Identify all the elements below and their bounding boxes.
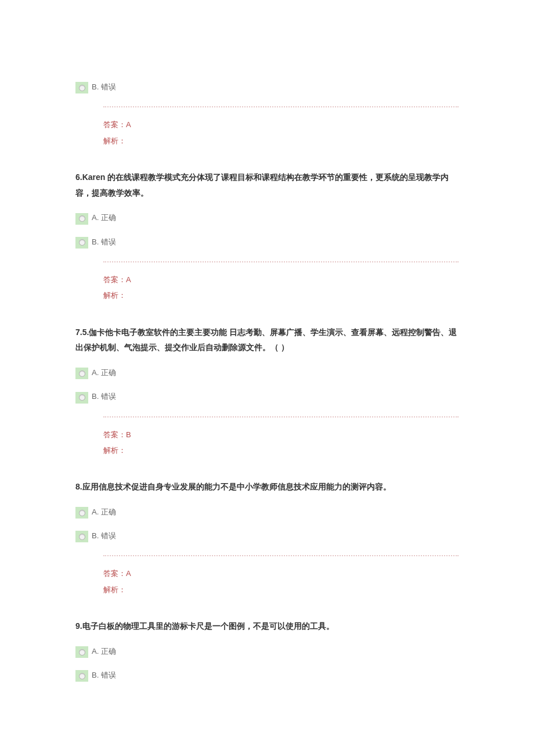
q8-option-a[interactable]: A. 正确 (75, 505, 459, 519)
question-body: 伽卡他卡电子教室软件的主要主要功能 日志考勤、屏幕广播、学生演示、查看屏幕、远程… (75, 327, 457, 352)
question-body: 应用信息技术促进自身专业发展的能力不是中小学教师信息技术应用能力的测评内容。 (82, 482, 391, 491)
question-number: 7.5. (75, 327, 89, 337)
option-label: B. 错误 (89, 390, 116, 403)
question-number: 8. (75, 482, 82, 491)
q9-option-a[interactable]: A. 正确 (75, 645, 459, 658)
option-label: A. 正确 (89, 645, 116, 658)
radio-icon (75, 670, 88, 682)
q5-option-b[interactable]: B. 错误 (75, 80, 459, 93)
question-strong: Karen (82, 172, 106, 182)
radio-icon (75, 392, 88, 404)
radio-icon (75, 213, 88, 225)
option-label: B. 错误 (89, 80, 116, 93)
question-body: 电子白板的物理工具里的游标卡尺是一个图例，不是可以使用的工具。 (82, 621, 334, 631)
q9-option-b[interactable]: B. 错误 (75, 668, 459, 682)
q6-answer-block: 答案：A 解析： (103, 262, 459, 307)
option-label: A. 正确 (89, 366, 116, 379)
q7-option-b[interactable]: B. 错误 (75, 390, 459, 403)
option-label: A. 正确 (89, 505, 116, 519)
analysis-line: 解析： (103, 442, 459, 458)
q8-option-b[interactable]: B. 错误 (75, 529, 459, 542)
radio-icon (75, 237, 88, 249)
q7-answer-block: 答案：B 解析： (103, 417, 459, 462)
q9-text: 9.电子白板的物理工具里的游标卡尺是一个图例，不是可以使用的工具。 (75, 618, 459, 634)
analysis-line: 解析： (103, 133, 459, 149)
question-number: 6. (75, 172, 82, 182)
radio-icon (75, 646, 88, 658)
q8-text: 8.应用信息技术促进自身专业发展的能力不是中小学教师信息技术应用能力的测评内容。 (75, 479, 459, 495)
q6-option-b[interactable]: B. 错误 (75, 235, 459, 249)
radio-icon (75, 531, 88, 542)
option-label: B. 错误 (89, 529, 116, 542)
q6-text: 6.Karen 的在线课程教学模式充分体现了课程目标和课程结构在教学环节的重要性… (75, 170, 459, 200)
answer-line: 答案：B (103, 427, 459, 442)
option-label: B. 错误 (89, 668, 116, 682)
analysis-line: 解析： (103, 287, 459, 303)
answer-line: 答案：A (103, 272, 459, 287)
answer-line: 答案：A (103, 566, 459, 581)
q8-answer-block: 答案：A 解析： (103, 556, 459, 601)
radio-icon (75, 507, 88, 519)
answer-line: 答案：A (103, 117, 459, 132)
q7-text: 7.5.伽卡他卡电子教室软件的主要主要功能 日志考勤、屏幕广播、学生演示、查看屏… (75, 325, 459, 355)
analysis-line: 解析： (103, 582, 459, 597)
option-label: A. 正确 (89, 211, 116, 224)
option-label: B. 错误 (89, 235, 116, 249)
radio-icon (75, 82, 88, 93)
q6-option-a[interactable]: A. 正确 (75, 211, 459, 224)
question-number: 9. (75, 621, 82, 631)
question-body: 的在线课程教学模式充分体现了课程目标和课程结构在教学环节的重要性，更系统的呈现教… (75, 172, 449, 197)
q5-answer-block: 答案：A 解析： (103, 107, 459, 152)
radio-icon (75, 368, 88, 379)
q7-option-a[interactable]: A. 正确 (75, 366, 459, 379)
